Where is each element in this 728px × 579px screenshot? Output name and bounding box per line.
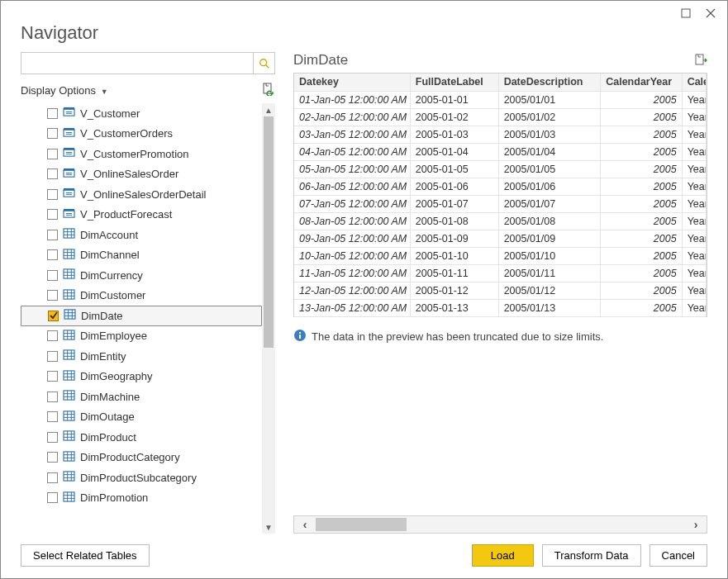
tree-item-dimcurrency[interactable]: DimCurrency — [21, 265, 262, 286]
checkbox[interactable] — [47, 392, 58, 402]
table-row[interactable]: 11-Jan-05 12:00:00 AM2005-01-112005/01/1… — [294, 264, 707, 282]
scroll-down-icon[interactable]: ▼ — [262, 520, 275, 534]
tree-item-v_onlinesalesorderdetail[interactable]: V_OnlineSalesOrderDetail — [21, 184, 262, 205]
tree-item-dimemployee[interactable]: DimEmployee — [21, 326, 262, 347]
checkbox[interactable] — [47, 108, 58, 119]
tree-item-dimmachine[interactable]: DimMachine — [21, 387, 262, 407]
cell: 2005-01-13 — [410, 299, 498, 316]
cell: Year — [682, 282, 706, 299]
checkbox[interactable] — [47, 168, 58, 179]
checkbox[interactable] — [47, 290, 58, 301]
view-icon — [63, 107, 75, 120]
maximize-icon[interactable] — [681, 7, 691, 21]
svg-rect-11 — [64, 190, 74, 197]
checkbox[interactable] — [47, 249, 58, 260]
tree-item-dimentity[interactable]: DimEntity — [21, 346, 262, 367]
tree-item-dimpromotion[interactable]: DimPromotion — [21, 488, 262, 509]
cell: 12-Jan-05 12:00:00 AM — [294, 282, 410, 299]
table-row[interactable]: 10-Jan-05 12:00:00 AM2005-01-102005/01/1… — [294, 247, 707, 264]
table-row[interactable]: 07-Jan-05 12:00:00 AM2005-01-072005/01/0… — [294, 195, 707, 212]
tree-item-dimcustomer[interactable]: DimCustomer — [21, 286, 262, 306]
tree-item-v_onlinesalesorder[interactable]: V_OnlineSalesOrder — [21, 164, 262, 185]
refresh-icon[interactable] — [262, 83, 275, 98]
checkbox[interactable] — [47, 472, 58, 483]
checkbox[interactable] — [47, 371, 58, 382]
display-options-dropdown[interactable]: Display Options ▼ — [21, 84, 108, 97]
checkbox[interactable] — [47, 209, 58, 220]
table-row[interactable]: 06-Jan-05 12:00:00 AM2005-01-062005/01/0… — [294, 178, 707, 195]
tree-item-dimproductsubcategory[interactable]: DimProductSubcategory — [21, 467, 262, 488]
cancel-button[interactable]: Cancel — [649, 544, 707, 567]
hscroll-thumb[interactable] — [316, 518, 407, 531]
search-input[interactable] — [21, 54, 253, 73]
checkbox[interactable] — [47, 330, 58, 341]
checkbox[interactable] — [47, 351, 58, 362]
tree-scrollbar[interactable]: ▲ ▼ — [262, 103, 275, 534]
checkbox[interactable] — [47, 492, 58, 503]
export-icon[interactable] — [694, 53, 707, 69]
column-header[interactable]: Datekey — [294, 74, 410, 91]
tree-item-dimoutage[interactable]: DimOutage — [21, 407, 262, 428]
horizontal-scrollbar[interactable]: ‹ › — [293, 515, 707, 534]
cell: 2005 — [601, 178, 682, 195]
table-row[interactable]: 12-Jan-05 12:00:00 AM2005-01-122005/01/1… — [294, 282, 707, 299]
tree-item-v_customer[interactable]: V_Customer — [21, 103, 262, 124]
tree-item-dimgeography[interactable]: DimGeography — [21, 367, 262, 387]
checkbox[interactable] — [47, 452, 58, 463]
tree-item-v_customerpromotion[interactable]: V_CustomerPromotion — [21, 144, 262, 164]
column-header[interactable]: CalendarYear — [601, 74, 682, 91]
table-row[interactable]: 08-Jan-05 12:00:00 AM2005-01-082005/01/0… — [294, 212, 707, 230]
svg-rect-6 — [64, 128, 74, 131]
checkbox[interactable] — [47, 128, 58, 139]
checkbox[interactable] — [47, 149, 58, 159]
select-related-tables-button[interactable]: Select Related Tables — [21, 544, 150, 567]
cell: Year — [682, 178, 706, 195]
scroll-up-icon[interactable]: ▲ — [262, 103, 275, 116]
scroll-thumb[interactable] — [264, 116, 274, 348]
search-icon[interactable] — [253, 53, 274, 74]
column-header[interactable]: DateDescription — [498, 74, 601, 91]
table-row[interactable]: 13-Jan-05 12:00:00 AM2005-01-132005/01/1… — [294, 299, 707, 316]
table-row[interactable]: 01-Jan-05 12:00:00 AM2005-01-012005/01/0… — [294, 91, 707, 108]
cell: 2005-01-01 — [410, 91, 498, 108]
cell: 02-Jan-05 12:00:00 AM — [294, 108, 410, 126]
checkbox[interactable] — [47, 189, 58, 200]
table-row[interactable]: 09-Jan-05 12:00:00 AM2005-01-092005/01/0… — [294, 230, 707, 247]
checkbox[interactable] — [47, 230, 58, 240]
column-header[interactable]: FullDateLabel — [410, 74, 498, 91]
tree-item-dimaccount[interactable]: DimAccount — [21, 225, 262, 245]
checkbox[interactable] — [47, 270, 58, 281]
table-row[interactable]: 02-Jan-05 12:00:00 AM2005-01-022005/01/0… — [294, 108, 707, 126]
preview-grid[interactable]: DatekeyFullDateLabelDateDescriptionCalen… — [293, 73, 707, 317]
tree-item-dimproduct[interactable]: DimProduct — [21, 427, 262, 448]
cell: 2005/01/03 — [498, 126, 601, 143]
close-icon[interactable] — [706, 7, 716, 21]
svg-rect-21 — [64, 350, 74, 359]
cell: 2005 — [601, 299, 682, 316]
scroll-right-icon[interactable]: › — [685, 518, 707, 531]
column-header[interactable]: Cale — [682, 74, 706, 91]
tree-item-dimchannel[interactable]: DimChannel — [21, 245, 262, 266]
tree-item-dimproductcategory[interactable]: DimProductCategory — [21, 448, 262, 468]
cell: Year — [682, 212, 706, 230]
search-box[interactable] — [21, 52, 275, 74]
cell: 2005-01-10 — [410, 247, 498, 264]
tree-item-label: DimCurrency — [80, 269, 143, 282]
tree-item-dimdate[interactable]: DimDate — [21, 306, 262, 326]
transform-data-button[interactable]: Transform Data — [542, 544, 641, 567]
table-row[interactable]: 03-Jan-05 12:00:00 AM2005-01-032005/01/0… — [294, 126, 707, 143]
load-button[interactable]: Load — [472, 544, 534, 567]
svg-rect-4 — [64, 107, 74, 110]
tables-tree[interactable]: V_CustomerV_CustomerOrdersV_CustomerProm… — [21, 103, 275, 534]
tree-item-v_productforecast[interactable]: V_ProductForecast — [21, 205, 262, 225]
cell: 2005-01-02 — [410, 108, 498, 126]
table-row[interactable]: 04-Jan-05 12:00:00 AM2005-01-042005/01/0… — [294, 143, 707, 160]
scroll-left-icon[interactable]: ‹ — [294, 518, 316, 531]
cell: 06-Jan-05 12:00:00 AM — [294, 178, 410, 195]
checkbox[interactable] — [47, 411, 58, 422]
tree-item-v_customerorders[interactable]: V_CustomerOrders — [21, 124, 262, 145]
table-row[interactable]: 05-Jan-05 12:00:00 AM2005-01-052005/01/0… — [294, 160, 707, 178]
tree-item-label: DimChannel — [80, 249, 140, 261]
checkbox[interactable] — [47, 432, 58, 443]
checkbox[interactable] — [48, 311, 59, 321]
